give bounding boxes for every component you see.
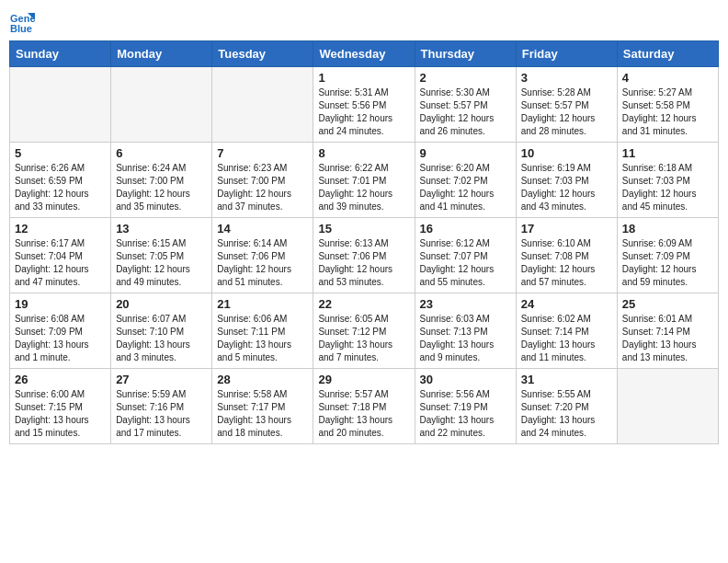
day-number: 24	[521, 297, 612, 311]
day-number: 12	[15, 222, 106, 236]
calendar-cell	[111, 67, 212, 143]
day-info: Sunrise: 6:10 AM Sunset: 7:08 PM Dayligh…	[521, 237, 612, 289]
calendar-cell: 8Sunrise: 6:22 AM Sunset: 7:01 PM Daylig…	[313, 143, 415, 218]
day-info: Sunrise: 5:30 AM Sunset: 5:57 PM Dayligh…	[420, 86, 511, 138]
day-info: Sunrise: 6:08 AM Sunset: 7:09 PM Dayligh…	[15, 313, 106, 364]
day-number: 25	[622, 297, 713, 311]
calendar-cell: 16Sunrise: 6:12 AM Sunset: 7:07 PM Dayli…	[415, 218, 516, 293]
logo: General Blue	[9, 9, 39, 35]
calendar-cell: 21Sunrise: 6:06 AM Sunset: 7:11 PM Dayli…	[212, 293, 313, 369]
day-number: 27	[116, 373, 207, 386]
calendar-week-2: 5Sunrise: 6:26 AM Sunset: 6:59 PM Daylig…	[10, 143, 719, 218]
calendar-cell: 4Sunrise: 5:27 AM Sunset: 5:58 PM Daylig…	[617, 67, 718, 143]
day-info: Sunrise: 6:14 AM Sunset: 7:06 PM Dayligh…	[217, 237, 308, 289]
calendar-cell: 13Sunrise: 6:15 AM Sunset: 7:05 PM Dayli…	[111, 218, 212, 293]
calendar-cell: 27Sunrise: 5:59 AM Sunset: 7:16 PM Dayli…	[111, 369, 212, 444]
day-info: Sunrise: 6:06 AM Sunset: 7:11 PM Dayligh…	[217, 313, 308, 364]
day-number: 22	[318, 297, 409, 311]
calendar-cell: 24Sunrise: 6:02 AM Sunset: 7:14 PM Dayli…	[516, 293, 617, 369]
page-header: General Blue	[9, 9, 719, 35]
calendar-cell: 18Sunrise: 6:09 AM Sunset: 7:09 PM Dayli…	[617, 218, 718, 293]
day-number: 6	[116, 146, 207, 160]
logo-icon: General Blue	[9, 9, 35, 35]
day-number: 1	[318, 71, 409, 85]
calendar-week-3: 12Sunrise: 6:17 AM Sunset: 7:04 PM Dayli…	[10, 218, 719, 293]
calendar-cell	[10, 67, 111, 143]
calendar-cell: 14Sunrise: 6:14 AM Sunset: 7:06 PM Dayli…	[212, 218, 313, 293]
day-info: Sunrise: 6:17 AM Sunset: 7:04 PM Dayligh…	[15, 237, 106, 289]
day-info: Sunrise: 5:31 AM Sunset: 5:56 PM Dayligh…	[318, 86, 409, 138]
calendar-table: SundayMondayTuesdayWednesdayThursdayFrid…	[9, 40, 719, 444]
weekday-header-saturday: Saturday	[617, 41, 718, 67]
weekday-header-friday: Friday	[516, 41, 617, 67]
day-number: 10	[521, 146, 612, 160]
day-info: Sunrise: 6:09 AM Sunset: 7:09 PM Dayligh…	[622, 237, 713, 289]
day-number: 26	[15, 373, 106, 386]
calendar-cell: 2Sunrise: 5:30 AM Sunset: 5:57 PM Daylig…	[415, 67, 516, 143]
weekday-header-row: SundayMondayTuesdayWednesdayThursdayFrid…	[10, 41, 719, 67]
calendar-cell: 31Sunrise: 5:55 AM Sunset: 7:20 PM Dayli…	[516, 369, 617, 444]
day-number: 8	[318, 146, 409, 160]
calendar-cell: 11Sunrise: 6:18 AM Sunset: 7:03 PM Dayli…	[617, 143, 718, 218]
calendar-body: 1Sunrise: 5:31 AM Sunset: 5:56 PM Daylig…	[10, 67, 719, 444]
day-info: Sunrise: 6:19 AM Sunset: 7:03 PM Dayligh…	[521, 162, 612, 213]
weekday-header-wednesday: Wednesday	[313, 41, 415, 67]
weekday-header-monday: Monday	[111, 41, 212, 67]
calendar-week-1: 1Sunrise: 5:31 AM Sunset: 5:56 PM Daylig…	[10, 67, 719, 143]
calendar-cell: 22Sunrise: 6:05 AM Sunset: 7:12 PM Dayli…	[313, 293, 415, 369]
day-info: Sunrise: 6:02 AM Sunset: 7:14 PM Dayligh…	[521, 313, 612, 364]
calendar-week-4: 19Sunrise: 6:08 AM Sunset: 7:09 PM Dayli…	[10, 293, 719, 369]
svg-text:Blue: Blue	[10, 23, 32, 34]
weekday-header-tuesday: Tuesday	[212, 41, 313, 67]
day-info: Sunrise: 6:22 AM Sunset: 7:01 PM Dayligh…	[318, 162, 409, 213]
calendar-cell	[617, 369, 718, 444]
calendar-cell: 28Sunrise: 5:58 AM Sunset: 7:17 PM Dayli…	[212, 369, 313, 444]
day-number: 7	[217, 146, 308, 160]
day-number: 20	[116, 297, 207, 311]
day-number: 4	[622, 71, 713, 85]
calendar-cell: 29Sunrise: 5:57 AM Sunset: 7:18 PM Dayli…	[313, 369, 415, 444]
day-info: Sunrise: 6:12 AM Sunset: 7:07 PM Dayligh…	[420, 237, 511, 289]
day-info: Sunrise: 6:15 AM Sunset: 7:05 PM Dayligh…	[116, 237, 207, 289]
calendar-cell: 26Sunrise: 6:00 AM Sunset: 7:15 PM Dayli…	[10, 369, 111, 444]
weekday-header-thursday: Thursday	[415, 41, 516, 67]
calendar-cell: 9Sunrise: 6:20 AM Sunset: 7:02 PM Daylig…	[415, 143, 516, 218]
day-info: Sunrise: 5:27 AM Sunset: 5:58 PM Dayligh…	[622, 86, 713, 138]
day-number: 11	[622, 146, 713, 160]
calendar-cell: 30Sunrise: 5:56 AM Sunset: 7:19 PM Dayli…	[415, 369, 516, 444]
day-number: 16	[420, 222, 511, 236]
day-info: Sunrise: 6:00 AM Sunset: 7:15 PM Dayligh…	[15, 388, 106, 440]
calendar-cell: 7Sunrise: 6:23 AM Sunset: 7:00 PM Daylig…	[212, 143, 313, 218]
day-info: Sunrise: 6:07 AM Sunset: 7:10 PM Dayligh…	[116, 313, 207, 364]
calendar-cell: 6Sunrise: 6:24 AM Sunset: 7:00 PM Daylig…	[111, 143, 212, 218]
calendar-week-5: 26Sunrise: 6:00 AM Sunset: 7:15 PM Dayli…	[10, 369, 719, 444]
day-number: 5	[15, 146, 106, 160]
day-info: Sunrise: 6:24 AM Sunset: 7:00 PM Dayligh…	[116, 162, 207, 213]
calendar-cell: 17Sunrise: 6:10 AM Sunset: 7:08 PM Dayli…	[516, 218, 617, 293]
calendar-cell: 20Sunrise: 6:07 AM Sunset: 7:10 PM Dayli…	[111, 293, 212, 369]
day-info: Sunrise: 6:18 AM Sunset: 7:03 PM Dayligh…	[622, 162, 713, 213]
day-number: 14	[217, 222, 308, 236]
day-number: 31	[521, 373, 612, 386]
day-number: 30	[420, 373, 511, 386]
day-number: 18	[622, 222, 713, 236]
day-info: Sunrise: 5:56 AM Sunset: 7:19 PM Dayligh…	[420, 388, 511, 440]
day-info: Sunrise: 6:05 AM Sunset: 7:12 PM Dayligh…	[318, 313, 409, 364]
day-info: Sunrise: 6:23 AM Sunset: 7:00 PM Dayligh…	[217, 162, 308, 213]
day-number: 29	[318, 373, 409, 386]
day-info: Sunrise: 5:57 AM Sunset: 7:18 PM Dayligh…	[318, 388, 409, 440]
day-number: 2	[420, 71, 511, 85]
day-info: Sunrise: 6:13 AM Sunset: 7:06 PM Dayligh…	[318, 237, 409, 289]
calendar-cell: 23Sunrise: 6:03 AM Sunset: 7:13 PM Dayli…	[415, 293, 516, 369]
day-number: 13	[116, 222, 207, 236]
day-number: 3	[521, 71, 612, 85]
day-info: Sunrise: 5:55 AM Sunset: 7:20 PM Dayligh…	[521, 388, 612, 440]
day-info: Sunrise: 6:26 AM Sunset: 6:59 PM Dayligh…	[15, 162, 106, 213]
calendar-cell: 15Sunrise: 6:13 AM Sunset: 7:06 PM Dayli…	[313, 218, 415, 293]
calendar-header: SundayMondayTuesdayWednesdayThursdayFrid…	[10, 41, 719, 67]
weekday-header-sunday: Sunday	[10, 41, 111, 67]
day-number: 15	[318, 222, 409, 236]
day-number: 28	[217, 373, 308, 386]
calendar-cell: 3Sunrise: 5:28 AM Sunset: 5:57 PM Daylig…	[516, 67, 617, 143]
calendar-cell: 10Sunrise: 6:19 AM Sunset: 7:03 PM Dayli…	[516, 143, 617, 218]
